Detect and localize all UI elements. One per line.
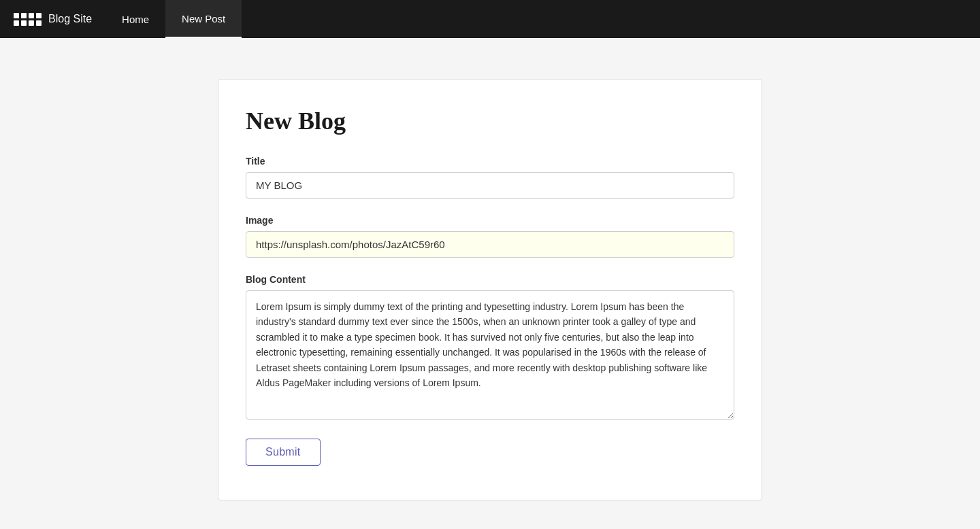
navbar-links: Home New Post	[105, 0, 242, 38]
navbar: Blog Site Home New Post	[0, 0, 980, 38]
image-group: Image	[246, 215, 734, 258]
submit-button[interactable]: Submit	[246, 439, 321, 466]
nav-new-post[interactable]: New Post	[165, 0, 242, 38]
brand-text: Blog Site	[48, 13, 92, 25]
title-input[interactable]	[246, 172, 734, 199]
content-textarea[interactable]	[246, 290, 734, 420]
logo-icon	[14, 13, 42, 26]
image-input[interactable]	[246, 231, 734, 258]
title-group: Title	[246, 156, 734, 199]
main-content: New Blog Title Image Blog Content Submit	[0, 38, 980, 529]
content-group: Blog Content	[246, 274, 734, 422]
title-label: Title	[246, 156, 734, 167]
form-card: New Blog Title Image Blog Content Submit	[218, 79, 762, 500]
page-title: New Blog	[246, 107, 734, 135]
content-label: Blog Content	[246, 274, 734, 285]
image-label: Image	[246, 215, 734, 226]
nav-home[interactable]: Home	[105, 0, 165, 38]
navbar-brand[interactable]: Blog Site	[0, 13, 105, 26]
